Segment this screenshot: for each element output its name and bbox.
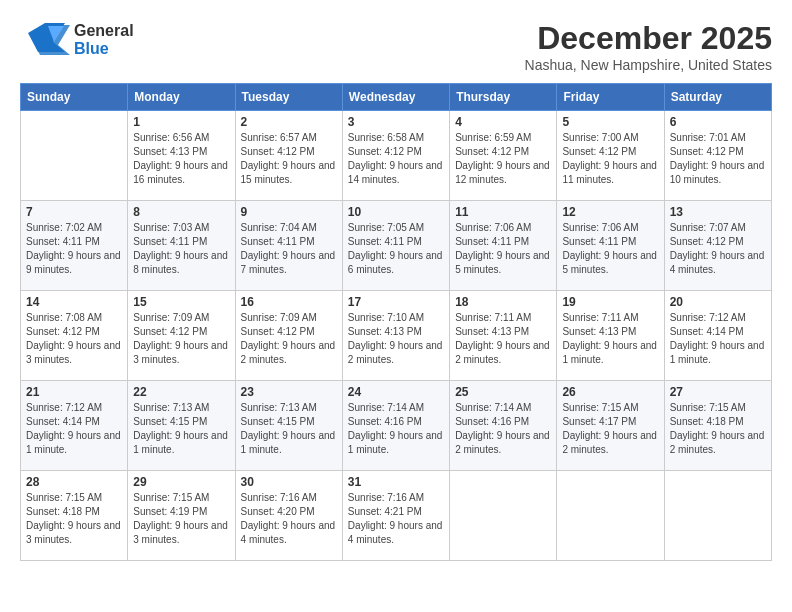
day-number: 21 bbox=[26, 385, 122, 399]
title-block: December 2025 Nashua, New Hampshire, Uni… bbox=[525, 20, 772, 73]
day-info: Sunrise: 7:11 AMSunset: 4:13 PMDaylight:… bbox=[562, 311, 658, 367]
day-info: Sunrise: 7:15 AMSunset: 4:19 PMDaylight:… bbox=[133, 491, 229, 547]
calendar-cell: 4Sunrise: 6:59 AMSunset: 4:12 PMDaylight… bbox=[450, 111, 557, 201]
calendar-header-tuesday: Tuesday bbox=[235, 84, 342, 111]
day-info: Sunrise: 7:06 AMSunset: 4:11 PMDaylight:… bbox=[562, 221, 658, 277]
day-number: 30 bbox=[241, 475, 337, 489]
logo-general: General bbox=[74, 22, 134, 40]
calendar-cell: 30Sunrise: 7:16 AMSunset: 4:20 PMDayligh… bbox=[235, 471, 342, 561]
day-number: 31 bbox=[348, 475, 444, 489]
day-info: Sunrise: 7:14 AMSunset: 4:16 PMDaylight:… bbox=[455, 401, 551, 457]
calendar-cell bbox=[664, 471, 771, 561]
calendar-cell bbox=[557, 471, 664, 561]
day-info: Sunrise: 7:10 AMSunset: 4:13 PMDaylight:… bbox=[348, 311, 444, 367]
calendar-header-thursday: Thursday bbox=[450, 84, 557, 111]
day-info: Sunrise: 6:58 AMSunset: 4:12 PMDaylight:… bbox=[348, 131, 444, 187]
calendar-cell: 26Sunrise: 7:15 AMSunset: 4:17 PMDayligh… bbox=[557, 381, 664, 471]
day-number: 8 bbox=[133, 205, 229, 219]
calendar-cell: 22Sunrise: 7:13 AMSunset: 4:15 PMDayligh… bbox=[128, 381, 235, 471]
calendar-cell: 23Sunrise: 7:13 AMSunset: 4:15 PMDayligh… bbox=[235, 381, 342, 471]
day-info: Sunrise: 7:15 AMSunset: 4:17 PMDaylight:… bbox=[562, 401, 658, 457]
day-info: Sunrise: 7:12 AMSunset: 4:14 PMDaylight:… bbox=[670, 311, 766, 367]
day-number: 7 bbox=[26, 205, 122, 219]
calendar-cell: 31Sunrise: 7:16 AMSunset: 4:21 PMDayligh… bbox=[342, 471, 449, 561]
calendar-week-row: 28Sunrise: 7:15 AMSunset: 4:18 PMDayligh… bbox=[21, 471, 772, 561]
day-number: 16 bbox=[241, 295, 337, 309]
day-number: 15 bbox=[133, 295, 229, 309]
calendar-cell: 13Sunrise: 7:07 AMSunset: 4:12 PMDayligh… bbox=[664, 201, 771, 291]
day-number: 18 bbox=[455, 295, 551, 309]
calendar-cell: 9Sunrise: 7:04 AMSunset: 4:11 PMDaylight… bbox=[235, 201, 342, 291]
day-info: Sunrise: 7:16 AMSunset: 4:20 PMDaylight:… bbox=[241, 491, 337, 547]
day-number: 10 bbox=[348, 205, 444, 219]
calendar-cell bbox=[450, 471, 557, 561]
calendar-cell: 17Sunrise: 7:10 AMSunset: 4:13 PMDayligh… bbox=[342, 291, 449, 381]
logo-icon bbox=[20, 20, 70, 60]
day-number: 11 bbox=[455, 205, 551, 219]
day-number: 6 bbox=[670, 115, 766, 129]
day-info: Sunrise: 7:08 AMSunset: 4:12 PMDaylight:… bbox=[26, 311, 122, 367]
calendar-cell: 11Sunrise: 7:06 AMSunset: 4:11 PMDayligh… bbox=[450, 201, 557, 291]
day-number: 29 bbox=[133, 475, 229, 489]
calendar-cell: 19Sunrise: 7:11 AMSunset: 4:13 PMDayligh… bbox=[557, 291, 664, 381]
calendar-cell: 6Sunrise: 7:01 AMSunset: 4:12 PMDaylight… bbox=[664, 111, 771, 201]
calendar-header-wednesday: Wednesday bbox=[342, 84, 449, 111]
day-info: Sunrise: 7:03 AMSunset: 4:11 PMDaylight:… bbox=[133, 221, 229, 277]
day-number: 1 bbox=[133, 115, 229, 129]
calendar-cell: 24Sunrise: 7:14 AMSunset: 4:16 PMDayligh… bbox=[342, 381, 449, 471]
calendar-cell: 25Sunrise: 7:14 AMSunset: 4:16 PMDayligh… bbox=[450, 381, 557, 471]
calendar-cell: 29Sunrise: 7:15 AMSunset: 4:19 PMDayligh… bbox=[128, 471, 235, 561]
day-info: Sunrise: 7:14 AMSunset: 4:16 PMDaylight:… bbox=[348, 401, 444, 457]
day-number: 9 bbox=[241, 205, 337, 219]
day-info: Sunrise: 7:11 AMSunset: 4:13 PMDaylight:… bbox=[455, 311, 551, 367]
calendar-cell: 28Sunrise: 7:15 AMSunset: 4:18 PMDayligh… bbox=[21, 471, 128, 561]
day-number: 19 bbox=[562, 295, 658, 309]
calendar-cell: 12Sunrise: 7:06 AMSunset: 4:11 PMDayligh… bbox=[557, 201, 664, 291]
day-number: 2 bbox=[241, 115, 337, 129]
calendar-cell: 7Sunrise: 7:02 AMSunset: 4:11 PMDaylight… bbox=[21, 201, 128, 291]
day-number: 4 bbox=[455, 115, 551, 129]
day-info: Sunrise: 7:12 AMSunset: 4:14 PMDaylight:… bbox=[26, 401, 122, 457]
calendar-cell: 14Sunrise: 7:08 AMSunset: 4:12 PMDayligh… bbox=[21, 291, 128, 381]
calendar-cell: 27Sunrise: 7:15 AMSunset: 4:18 PMDayligh… bbox=[664, 381, 771, 471]
calendar-cell: 16Sunrise: 7:09 AMSunset: 4:12 PMDayligh… bbox=[235, 291, 342, 381]
calendar-header-sunday: Sunday bbox=[21, 84, 128, 111]
day-number: 26 bbox=[562, 385, 658, 399]
day-info: Sunrise: 7:13 AMSunset: 4:15 PMDaylight:… bbox=[133, 401, 229, 457]
calendar-cell: 8Sunrise: 7:03 AMSunset: 4:11 PMDaylight… bbox=[128, 201, 235, 291]
day-number: 20 bbox=[670, 295, 766, 309]
calendar-header-row: SundayMondayTuesdayWednesdayThursdayFrid… bbox=[21, 84, 772, 111]
day-number: 24 bbox=[348, 385, 444, 399]
day-number: 5 bbox=[562, 115, 658, 129]
calendar-week-row: 21Sunrise: 7:12 AMSunset: 4:14 PMDayligh… bbox=[21, 381, 772, 471]
calendar-cell: 21Sunrise: 7:12 AMSunset: 4:14 PMDayligh… bbox=[21, 381, 128, 471]
day-info: Sunrise: 7:02 AMSunset: 4:11 PMDaylight:… bbox=[26, 221, 122, 277]
calendar-week-row: 14Sunrise: 7:08 AMSunset: 4:12 PMDayligh… bbox=[21, 291, 772, 381]
day-info: Sunrise: 6:59 AMSunset: 4:12 PMDaylight:… bbox=[455, 131, 551, 187]
calendar-header-friday: Friday bbox=[557, 84, 664, 111]
day-info: Sunrise: 6:56 AMSunset: 4:13 PMDaylight:… bbox=[133, 131, 229, 187]
day-info: Sunrise: 7:07 AMSunset: 4:12 PMDaylight:… bbox=[670, 221, 766, 277]
day-info: Sunrise: 7:16 AMSunset: 4:21 PMDaylight:… bbox=[348, 491, 444, 547]
calendar-week-row: 7Sunrise: 7:02 AMSunset: 4:11 PMDaylight… bbox=[21, 201, 772, 291]
calendar-header-saturday: Saturday bbox=[664, 84, 771, 111]
calendar-cell: 15Sunrise: 7:09 AMSunset: 4:12 PMDayligh… bbox=[128, 291, 235, 381]
day-number: 14 bbox=[26, 295, 122, 309]
calendar-cell: 3Sunrise: 6:58 AMSunset: 4:12 PMDaylight… bbox=[342, 111, 449, 201]
page-header: General Blue December 2025 Nashua, New H… bbox=[20, 20, 772, 73]
logo-blue: Blue bbox=[74, 40, 134, 58]
day-number: 13 bbox=[670, 205, 766, 219]
day-number: 22 bbox=[133, 385, 229, 399]
day-info: Sunrise: 7:04 AMSunset: 4:11 PMDaylight:… bbox=[241, 221, 337, 277]
month-title: December 2025 bbox=[525, 20, 772, 57]
day-number: 27 bbox=[670, 385, 766, 399]
day-info: Sunrise: 6:57 AMSunset: 4:12 PMDaylight:… bbox=[241, 131, 337, 187]
location: Nashua, New Hampshire, United States bbox=[525, 57, 772, 73]
calendar-cell bbox=[21, 111, 128, 201]
day-number: 25 bbox=[455, 385, 551, 399]
day-number: 28 bbox=[26, 475, 122, 489]
calendar-cell: 2Sunrise: 6:57 AMSunset: 4:12 PMDaylight… bbox=[235, 111, 342, 201]
day-info: Sunrise: 7:09 AMSunset: 4:12 PMDaylight:… bbox=[133, 311, 229, 367]
calendar-cell: 18Sunrise: 7:11 AMSunset: 4:13 PMDayligh… bbox=[450, 291, 557, 381]
day-info: Sunrise: 7:05 AMSunset: 4:11 PMDaylight:… bbox=[348, 221, 444, 277]
